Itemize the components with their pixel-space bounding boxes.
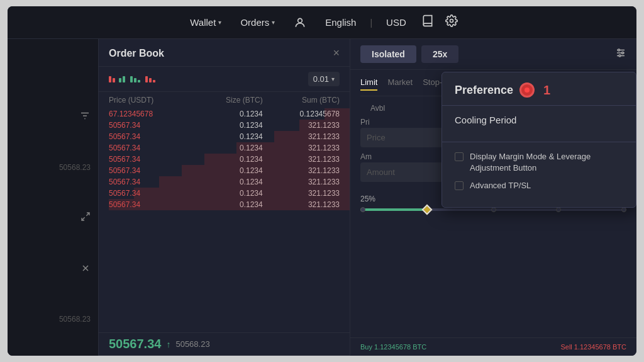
margin-mode-label: Display Margin Mode & Leverage Adjustmen…	[470, 151, 623, 174]
col-price: Price (USDT)	[109, 96, 186, 105]
svg-point-12	[618, 49, 620, 51]
advanced-tpsl-option[interactable]: Advanced TP/SL	[455, 180, 623, 191]
amount-placeholder: Amount	[367, 167, 395, 177]
view-sell-button[interactable]	[145, 76, 155, 82]
trading-top-bar: Isolated 25x	[350, 39, 636, 70]
slider-dot	[621, 207, 626, 212]
trading-panel: Isolated 25x Limit Market Stop-Limit Avb…	[350, 39, 636, 356]
svg-point-1	[450, 20, 453, 23]
margin-mode-checkbox[interactable]	[455, 152, 464, 161]
currency-label: USD	[386, 17, 406, 28]
cooling-period-section: Cooling Period	[442, 106, 636, 142]
wallet-nav-item[interactable]: Wallet ▾	[182, 13, 229, 31]
buysell-row: Buy 1.12345678 BTC Sell 1.12345678 BTC	[350, 337, 636, 356]
svg-point-0	[298, 18, 303, 23]
settings-icon[interactable]	[441, 11, 462, 34]
price-cell: 50567.34	[109, 132, 186, 141]
orders-label: Orders	[240, 17, 269, 28]
table-row: 67.12345678 0.1234 0.12345678	[99, 108, 350, 120]
user-icon	[294, 16, 306, 29]
price-cell: 50567.34	[109, 155, 186, 164]
view-both-button[interactable]	[109, 76, 125, 82]
col-sum: Sum (BTC)	[263, 96, 340, 105]
size-cell: 0.1234	[186, 132, 262, 141]
svg-point-14	[619, 55, 621, 57]
table-row: 50567.34 0.1234 321.1233	[99, 188, 350, 199]
left-sidebar: 50568.23 50568.23	[8, 39, 99, 356]
order-rows: 67.12345678 0.1234 0.12345678 50567.34 0…	[99, 108, 350, 332]
tab-limit[interactable]: Limit	[360, 77, 377, 91]
sell-label: Sell	[560, 343, 572, 351]
order-book-columns: Price (USDT) Size (BTC) Sum (BTC)	[99, 92, 350, 108]
preference-header: Preference 1	[442, 72, 636, 106]
cooling-period-title: Cooling Period	[455, 115, 623, 125]
table-row: 50567.34 0.1234 321.1233	[99, 131, 350, 142]
user-profile-button[interactable]	[286, 13, 314, 33]
view-icons	[109, 76, 155, 82]
buy-value: 1.12345678 BTC	[374, 343, 426, 351]
slider-dot	[360, 207, 365, 212]
table-row: 50567.34 0.1234 321.1233	[99, 199, 350, 210]
preference-options: Display Margin Mode & Leverage Adjustmen…	[442, 142, 636, 207]
decimal-chevron: ▾	[331, 76, 335, 82]
price-cell: 50567.34	[109, 121, 186, 130]
isolated-mode-button[interactable]: Isolated	[360, 45, 416, 63]
table-row: 50567.34 0.1234 321.1233	[99, 120, 350, 131]
secondary-price: 50568.23	[175, 339, 209, 349]
advanced-tpsl-label: Advanced TP/SL	[470, 180, 531, 191]
svg-line-6	[82, 217, 85, 220]
margin-mode-option[interactable]: Display Margin Mode & Leverage Adjustmen…	[455, 151, 623, 174]
order-book-panel: Order Book ×	[99, 39, 350, 356]
svg-point-13	[622, 52, 624, 54]
sidebar-filter-icon[interactable]	[79, 110, 91, 124]
sliders-icon	[615, 47, 626, 59]
table-row: 50567.34 0.1234 321.1233	[99, 142, 350, 154]
table-row: 50567.34 0.1234 321.1233	[99, 154, 350, 165]
sidebar-value-2: 50568.23	[59, 315, 91, 324]
orders-nav-item[interactable]: Orders ▾	[233, 13, 282, 31]
price-direction-icon: ↑	[166, 339, 170, 349]
col-size: Size (BTC)	[186, 96, 262, 105]
svg-line-5	[86, 213, 89, 216]
order-book-close-button[interactable]: ×	[333, 47, 340, 60]
slider-handle[interactable]	[421, 205, 432, 215]
decimal-value: 0.01	[313, 74, 329, 84]
app-container: Wallet ▾ Orders ▾ English | USD	[8, 6, 636, 356]
expand-icon[interactable]	[80, 212, 91, 224]
preference-title: Preference	[455, 84, 513, 97]
order-book-header: Order Book ×	[99, 39, 350, 67]
trading-settings-button[interactable]	[615, 47, 626, 62]
buy-info: Buy 1.12345678 BTC	[360, 343, 426, 351]
advanced-tpsl-checkbox[interactable]	[455, 181, 464, 190]
sell-info: Sell 1.12345678 BTC	[560, 343, 626, 351]
language-selector[interactable]: English	[318, 13, 364, 31]
current-price: 50567.34	[109, 337, 161, 351]
main-content: 50568.23 50568.23 Order Book ×	[8, 39, 636, 356]
decimal-selector[interactable]: 0.01 ▾	[308, 72, 340, 86]
preference-badge: 1	[543, 83, 550, 98]
top-nav: Wallet ▾ Orders ▾ English | USD	[8, 6, 636, 39]
buy-label: Buy	[360, 343, 372, 351]
price-cell: 50567.34	[109, 166, 186, 175]
current-price-row: 50567.34 ↑ 50568.23	[99, 332, 350, 356]
slider-dots	[360, 207, 626, 212]
nav-items: Wallet ▾ Orders ▾ English | USD	[182, 11, 461, 34]
orders-chevron: ▾	[272, 19, 275, 26]
tab-market[interactable]: Market	[387, 77, 413, 91]
price-cell: 50567.34	[109, 144, 186, 152]
wallet-chevron: ▾	[218, 19, 221, 26]
avbl-label: Avbl	[370, 104, 385, 113]
table-row: 50567.34 0.1234 321.1233	[99, 176, 350, 188]
view-buy-button[interactable]	[130, 76, 140, 82]
price-placeholder: Price	[367, 133, 386, 142]
leverage-slider[interactable]	[360, 208, 626, 211]
slider-dot	[556, 207, 561, 212]
pref-title-row: Preference 1	[455, 82, 550, 98]
size-cell: 0.1234	[186, 110, 262, 118]
leverage-button[interactable]: 25x	[421, 45, 458, 63]
currency-selector[interactable]: USD	[379, 13, 414, 31]
close-sidebar-icon[interactable]	[80, 263, 91, 276]
wallet-label: Wallet	[190, 17, 216, 28]
book-icon[interactable]	[418, 11, 438, 34]
sell-value: 1.12345678 BTC	[574, 343, 626, 351]
